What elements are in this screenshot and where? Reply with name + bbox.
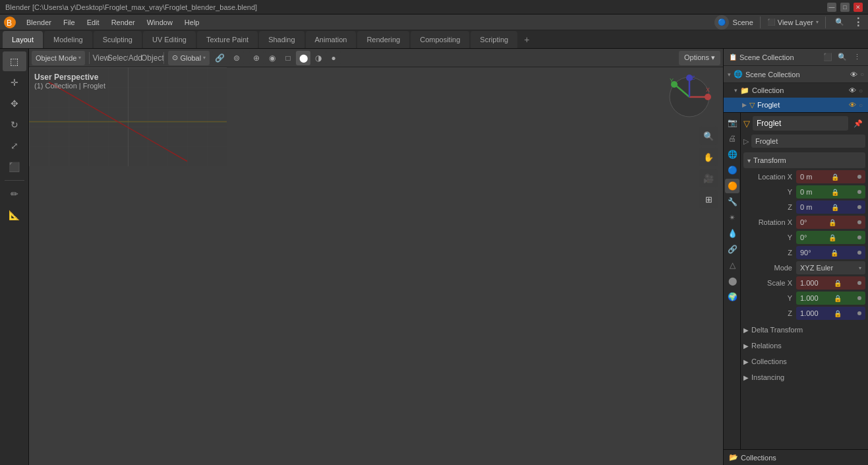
tab-rendering[interactable]: Rendering	[357, 31, 409, 48]
col-vis-icon[interactable]: 👁	[849, 86, 856, 94]
scene-collection-item[interactable]: ▾ 🌐 Scene Collection 👁 ○	[724, 66, 868, 83]
navigation-gizmo[interactable]: X Y Z	[666, 74, 712, 120]
close-button[interactable]: ✕	[854, 3, 863, 12]
col-restrict-icon[interactable]: ○	[859, 87, 863, 94]
mode-dropdown[interactable]: Object Mode ▾	[32, 51, 85, 65]
camera-btn[interactable]: 🎥	[699, 169, 718, 187]
tool-move[interactable]: ✥	[3, 94, 26, 113]
rot-x-dot[interactable]	[857, 220, 861, 224]
froglet-vis-icon[interactable]: 👁	[849, 101, 856, 109]
loc-x-dot[interactable]	[857, 175, 861, 179]
collection-item[interactable]: ▾ 📁 Collection 👁 ○	[724, 83, 868, 98]
props-tab-constraints[interactable]: 🔗	[725, 242, 739, 257]
scale-y-lock[interactable]: 🔒	[834, 295, 842, 302]
zoom-to-fit-btn[interactable]: 🔍	[699, 127, 718, 145]
location-z-field[interactable]: 0 m 🔒	[796, 201, 865, 214]
tab-add-button[interactable]: +	[519, 31, 535, 48]
loc-x-lock[interactable]: 🔒	[831, 173, 839, 181]
menu-blender[interactable]: Blender	[21, 15, 57, 30]
pivot-dropdown[interactable]: ⊙ Global ▾	[168, 51, 210, 65]
transform-header[interactable]: ▾ Transform	[743, 152, 865, 168]
props-tab-physics[interactable]: 💧	[725, 226, 739, 241]
orthographic-btn[interactable]: ⊞	[699, 190, 718, 208]
props-tab-viewlayer[interactable]: 🌐	[725, 147, 739, 162]
scene-selector[interactable]: Scene	[733, 18, 753, 26]
delta-transform-header[interactable]: ▶ Delta Transform	[743, 323, 865, 336]
tab-texture-paint[interactable]: Texture Paint	[197, 31, 258, 48]
props-tab-data[interactable]: △	[725, 258, 739, 272]
tab-modeling[interactable]: Modeling	[44, 31, 92, 48]
rotation-z-field[interactable]: 90° 🔒	[796, 246, 865, 259]
tool-cursor[interactable]: ✛	[3, 73, 26, 92]
obj-name-field[interactable]: Froglet	[753, 116, 848, 131]
proportional-edit[interactable]: ⊚	[229, 51, 244, 65]
tool-scale[interactable]: ⤢	[3, 136, 26, 156]
tab-animation[interactable]: Animation	[306, 31, 357, 48]
scale-x-field[interactable]: 1.000 🔒	[796, 276, 865, 290]
hand-btn[interactable]: ✋	[699, 148, 718, 166]
relations-header[interactable]: ▶ Relations	[743, 339, 865, 352]
tool-transform[interactable]: ⬛	[3, 157, 26, 177]
lookdev-btn[interactable]: ◑	[311, 51, 326, 65]
props-tab-world[interactable]: 🌍	[725, 290, 739, 304]
tab-compositing[interactable]: Compositing	[411, 31, 469, 48]
overlay-btn[interactable]: ◉	[265, 51, 279, 65]
collections-header[interactable]: ▶ Collections	[743, 355, 865, 368]
rot-x-lock[interactable]: 🔒	[828, 219, 836, 226]
data-name-field[interactable]: Froglet	[751, 135, 865, 148]
location-y-field[interactable]: 0 m 🔒	[796, 185, 865, 199]
scene-col-vis-icon[interactable]: 👁	[850, 71, 857, 78]
mode-field[interactable]: XYZ Euler ▾	[796, 261, 865, 274]
snap-toggle[interactable]: 🔗	[212, 51, 227, 65]
loc-z-dot[interactable]	[857, 205, 861, 209]
tab-layout[interactable]: Layout	[3, 31, 43, 48]
minimize-button[interactable]: —	[827, 3, 836, 12]
froglet-item[interactable]: ▶ ▽ Froglet 👁 ○	[724, 98, 868, 112]
filter-btn[interactable]: ⋮	[851, 15, 865, 30]
rot-y-lock[interactable]: 🔒	[828, 234, 836, 241]
tool-select-box[interactable]: ⬚	[3, 51, 26, 71]
loc-z-lock[interactable]: 🔒	[831, 204, 839, 211]
menu-help[interactable]: Help	[179, 15, 205, 30]
scale-z-lock[interactable]: 🔒	[834, 310, 842, 317]
menu-file[interactable]: File	[58, 15, 80, 30]
solid-btn[interactable]: ⬤	[296, 51, 310, 65]
blender-logo[interactable]: B	[3, 15, 17, 30]
scale-z-dot[interactable]	[857, 311, 861, 315]
menu-window[interactable]: Window	[142, 15, 178, 30]
options-dropdown[interactable]: Options ▾	[679, 51, 720, 65]
outliner-search-icon[interactable]: 🔍	[836, 51, 848, 63]
scale-x-lock[interactable]: 🔒	[834, 280, 842, 287]
scale-z-field[interactable]: 1.000 🔒	[796, 307, 865, 320]
rot-z-dot[interactable]	[857, 251, 861, 255]
select-menu[interactable]: Select	[111, 51, 125, 65]
loc-y-dot[interactable]	[857, 190, 861, 194]
rotation-x-field[interactable]: 0° 🔒	[796, 216, 865, 229]
menu-edit[interactable]: Edit	[82, 15, 105, 30]
props-tab-modifier[interactable]: 🔧	[725, 195, 739, 209]
tool-rotate[interactable]: ↻	[3, 115, 26, 135]
tool-measure[interactable]: 📐	[3, 205, 26, 225]
gizmo-btn[interactable]: ⊕	[249, 51, 264, 65]
scene-col-restrict-icon[interactable]: ○	[860, 71, 864, 78]
props-tab-scene[interactable]: 🔵	[725, 163, 739, 177]
froglet-restrict-icon[interactable]: ○	[859, 102, 863, 109]
scale-y-dot[interactable]	[857, 296, 861, 300]
instancing-header[interactable]: ▶ Instancing	[743, 371, 865, 384]
scene-icon[interactable]: 🔵	[714, 15, 729, 30]
wireframe-btn[interactable]: □	[281, 51, 295, 65]
rot-y-dot[interactable]	[857, 235, 861, 239]
tab-shading[interactable]: Shading	[259, 31, 304, 48]
object-menu[interactable]: Object	[145, 51, 159, 65]
outliner-filter-icon[interactable]: ⬛	[822, 51, 834, 63]
scale-x-dot[interactable]	[857, 281, 861, 285]
location-x-field[interactable]: 0 m 🔒	[796, 170, 865, 183]
props-tab-material[interactable]: ⬤	[725, 274, 739, 288]
rotation-y-field[interactable]: 0° 🔒	[796, 231, 865, 244]
search-btn[interactable]: 🔍	[832, 15, 847, 30]
scale-y-field[interactable]: 1.000 🔒	[796, 292, 865, 305]
props-tab-object[interactable]: 🟠	[725, 179, 739, 193]
menu-render[interactable]: Render	[106, 15, 140, 30]
3d-viewport[interactable]: User Perspective (1) Collection | Frogle…	[29, 67, 723, 465]
rot-z-lock[interactable]: 🔒	[830, 249, 838, 257]
